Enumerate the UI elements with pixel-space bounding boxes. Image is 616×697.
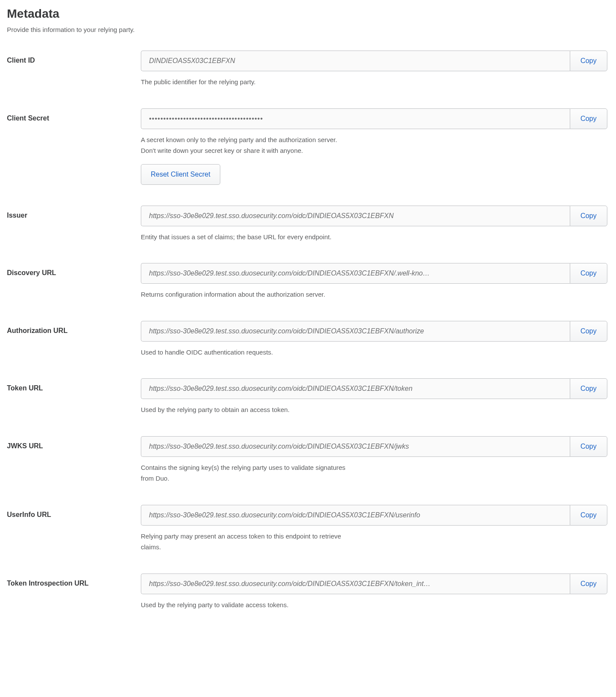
issuer-help: Entity that issues a set of claims; the … — [141, 231, 607, 243]
authorization-url-copy-button[interactable]: Copy — [570, 321, 607, 342]
discovery-url-copy-button[interactable]: Copy — [570, 263, 607, 284]
field-authorization-url: Authorization URL Copy Used to handle OI… — [7, 321, 609, 358]
field-client-secret: Client Secret Copy A secret known only t… — [7, 108, 609, 185]
field-userinfo-url: UserInfo URL Copy Relying party may pres… — [7, 505, 609, 553]
discovery-url-label: Discovery URL — [7, 263, 141, 277]
client-secret-label: Client Secret — [7, 108, 141, 122]
client-id-copy-button[interactable]: Copy — [570, 51, 607, 71]
issuer-input[interactable] — [141, 206, 570, 226]
token-introspection-url-label: Token Introspection URL — [7, 573, 141, 587]
userinfo-url-help-line1: Relying party may present an access toke… — [141, 531, 607, 542]
field-token-url: Token URL Copy Used by the relying party… — [7, 378, 609, 415]
discovery-url-input[interactable] — [141, 263, 570, 284]
token-url-help: Used by the relying party to obtain an a… — [141, 404, 607, 415]
jwks-url-help: Contains the signing key(s) the relying … — [141, 462, 607, 484]
userinfo-url-input[interactable] — [141, 505, 570, 526]
token-introspection-url-copy-button[interactable]: Copy — [570, 573, 607, 594]
section-description: Provide this information to your relying… — [7, 26, 609, 33]
field-client-id: Client ID Copy The public identifier for… — [7, 51, 609, 88]
token-url-label: Token URL — [7, 378, 141, 392]
token-url-copy-button[interactable]: Copy — [570, 378, 607, 399]
userinfo-url-label: UserInfo URL — [7, 505, 141, 519]
issuer-copy-button[interactable]: Copy — [570, 206, 607, 226]
client-id-label: Client ID — [7, 51, 141, 64]
jwks-url-label: JWKS URL — [7, 436, 141, 450]
token-introspection-url-help: Used by the relying party to validate ac… — [141, 599, 607, 611]
token-introspection-url-input[interactable] — [141, 573, 570, 594]
jwks-url-help-line2: from Duo. — [141, 473, 607, 484]
reset-client-secret-button[interactable]: Reset Client Secret — [141, 164, 220, 185]
client-secret-help: A secret known only to the relying party… — [141, 134, 607, 156]
client-id-help: The public identifier for the relying pa… — [141, 76, 607, 88]
client-id-input[interactable] — [141, 51, 570, 71]
userinfo-url-help-line2: claims. — [141, 542, 607, 553]
client-secret-help-line1: A secret known only to the relying party… — [141, 134, 607, 146]
token-url-input[interactable] — [141, 378, 570, 399]
client-secret-help-line2: Don't write down your secret key or shar… — [141, 145, 607, 156]
jwks-url-copy-button[interactable]: Copy — [570, 436, 607, 457]
authorization-url-label: Authorization URL — [7, 321, 141, 335]
jwks-url-input[interactable] — [141, 436, 570, 457]
field-issuer: Issuer Copy Entity that issues a set of … — [7, 206, 609, 243]
field-discovery-url: Discovery URL Copy Returns configuration… — [7, 263, 609, 300]
client-secret-input[interactable] — [141, 108, 570, 129]
authorization-url-input[interactable] — [141, 321, 570, 342]
discovery-url-help: Returns configuration information about … — [141, 289, 607, 300]
section-title: Metadata — [7, 7, 609, 21]
field-jwks-url: JWKS URL Copy Contains the signing key(s… — [7, 436, 609, 484]
userinfo-url-copy-button[interactable]: Copy — [570, 505, 607, 526]
jwks-url-help-line1: Contains the signing key(s) the relying … — [141, 462, 607, 473]
authorization-url-help: Used to handle OIDC authentication reque… — [141, 347, 607, 358]
issuer-label: Issuer — [7, 206, 141, 219]
client-secret-copy-button[interactable]: Copy — [570, 108, 607, 129]
userinfo-url-help: Relying party may present an access toke… — [141, 531, 607, 553]
field-token-introspection-url: Token Introspection URL Copy Used by the… — [7, 573, 609, 611]
